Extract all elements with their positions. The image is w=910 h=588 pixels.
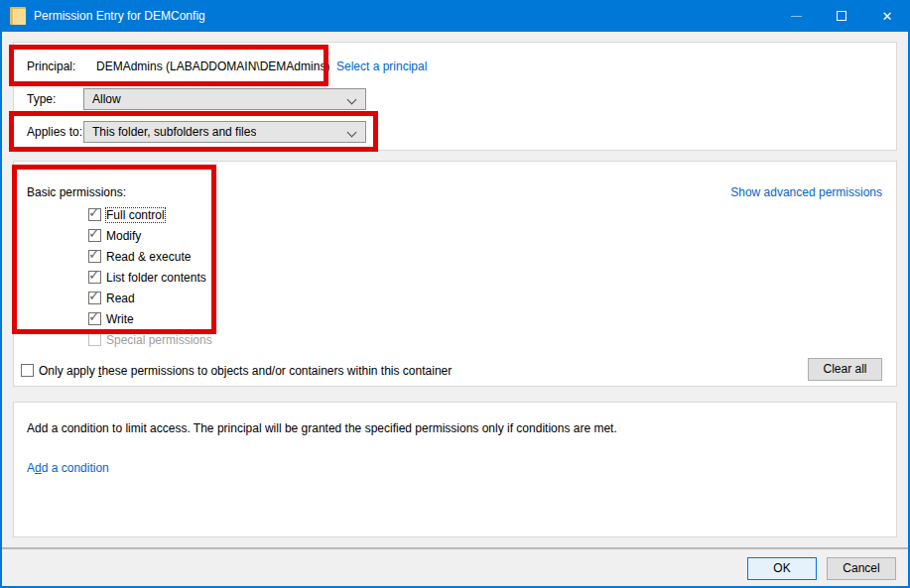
permission-checkbox-write[interactable]: ✓ Write [88, 312, 134, 326]
permission-entry-dialog: Permission Entry for DEMConfig ✕ Princip… [0, 0, 910, 588]
permission-checkbox-read[interactable]: ✓ Read [88, 292, 135, 305]
permission-checkbox-modify[interactable]: ✓ Modify [88, 229, 141, 243]
cancel-button[interactable]: Cancel [827, 557, 896, 580]
permission-label: Special permissions [106, 333, 212, 347]
title-bar: Permission Entry for DEMConfig ✕ [0, 0, 910, 32]
select-a-principal-link[interactable]: Select a principal [336, 59, 427, 73]
permission-label: Full control [106, 208, 165, 222]
permission-checkbox-special-permissions: Special permissions [88, 333, 212, 347]
check-icon: ✓ [88, 205, 100, 219]
checkbox[interactable]: ✓ [88, 208, 101, 221]
check-icon: ✓ [88, 226, 100, 240]
principal-value: DEMAdmins (LABADDOMAIN\DEMAdmins) [96, 59, 329, 73]
maximize-icon [837, 11, 846, 21]
checkbox[interactable]: ✓ [88, 229, 101, 242]
permission-checkbox-read-execute[interactable]: ✓ Read & execute [88, 250, 191, 264]
ok-button[interactable]: OK [747, 557, 817, 580]
window-title: Permission Entry for DEMConfig [34, 0, 205, 32]
folder-icon [10, 7, 26, 25]
show-advanced-permissions-link[interactable]: Show advanced permissions [730, 185, 882, 199]
permission-label: Modify [106, 229, 141, 243]
check-icon: ✓ [88, 268, 100, 282]
permission-label: Read & execute [106, 250, 191, 264]
condition-description: Add a condition to limit access. The pri… [27, 421, 617, 435]
checkbox[interactable]: ✓ [88, 312, 101, 325]
type-dropdown[interactable]: Allow [83, 88, 366, 110]
chevron-down-icon [347, 128, 357, 138]
only-apply-checkbox[interactable]: Only apply these permissions to objects … [21, 364, 452, 378]
basic-permissions-label: Basic permissions: [27, 185, 126, 199]
footer-divider [2, 547, 908, 549]
checkbox[interactable]: ✓ [88, 271, 101, 284]
permission-label: Write [106, 312, 134, 326]
check-icon: ✓ [88, 247, 100, 261]
checkbox[interactable] [21, 364, 34, 377]
maximize-button[interactable] [819, 0, 864, 32]
check-icon: ✓ [88, 289, 100, 302]
applies-to-label: Applies to: [27, 125, 82, 139]
permission-checkbox-full-control[interactable]: ✓ Full control [88, 208, 165, 222]
permission-label: Read [106, 292, 135, 305]
add-a-condition-link[interactable]: Add a condition [27, 461, 109, 475]
applies-to-dropdown-value: This folder, subfolders and files [92, 125, 256, 139]
minimize-icon [791, 16, 802, 17]
principal-label: Principal: [27, 59, 75, 73]
principal-panel: Principal: DEMAdmins (LABADDOMAIN\DEMAdm… [13, 42, 897, 151]
condition-panel: Add a condition to limit access. The pri… [13, 402, 897, 537]
only-apply-label: Only apply these permissions to objects … [39, 364, 452, 378]
applies-to-dropdown[interactable]: This folder, subfolders and files [83, 121, 366, 143]
type-label: Type: [27, 92, 56, 106]
checkbox[interactable]: ✓ [88, 292, 101, 304]
checkbox [88, 333, 101, 346]
minimize-button[interactable] [773, 0, 819, 32]
clear-all-button[interactable]: Clear all [808, 358, 882, 381]
permissions-panel: Basic permissions: Show advanced permiss… [13, 161, 897, 387]
close-button[interactable]: ✕ [864, 0, 910, 32]
checkbox[interactable]: ✓ [88, 250, 101, 263]
permission-checkbox-list-folder-contents[interactable]: ✓ List folder contents [88, 271, 206, 285]
permission-label: List folder contents [106, 271, 206, 285]
type-dropdown-value: Allow [92, 92, 121, 106]
chevron-down-icon [347, 95, 357, 105]
close-icon: ✕ [882, 9, 893, 24]
check-icon: ✓ [88, 309, 100, 323]
